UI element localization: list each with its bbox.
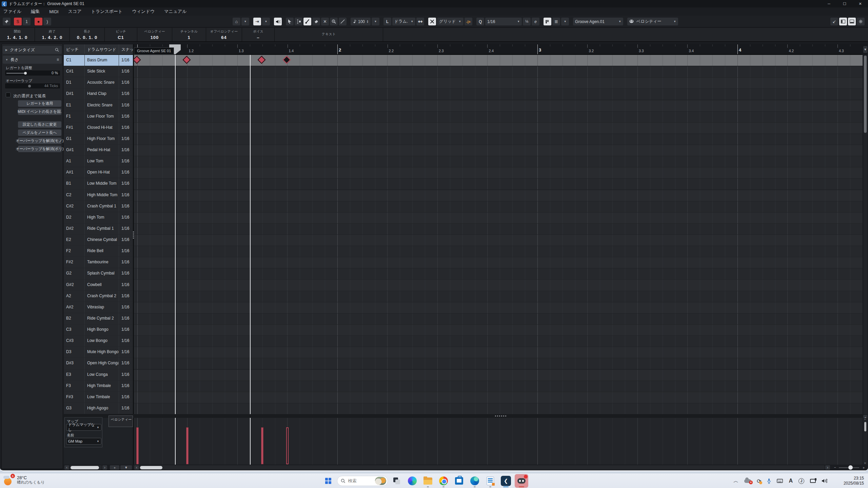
extend-to-next-checkbox[interactable] <box>6 93 11 97</box>
pin-icon[interactable] <box>3 18 11 25</box>
sound-cell[interactable]: Low Tom <box>85 156 119 167</box>
zoom-out-icon[interactable]: − <box>833 465 837 470</box>
quantize-section-header[interactable]: ▶クオンタイズ <box>3 46 62 54</box>
locator-line[interactable] <box>175 55 176 414</box>
grid-scroll-right-icon[interactable]: › <box>825 465 830 470</box>
menu-0[interactable]: ファイル <box>3 8 21 15</box>
legato-slider[interactable]: 0 % <box>5 70 60 76</box>
zoom-slider-thumb[interactable] <box>848 465 853 470</box>
ime-mode-icon[interactable]: A <box>789 478 793 484</box>
lane-vscrollbar[interactable]: ^ v <box>863 418 867 465</box>
snap-cell[interactable]: 1/16 <box>119 324 133 335</box>
autoscroll-caret[interactable]: ▼ <box>262 18 270 25</box>
snap-cell[interactable]: 1/16 <box>119 66 133 77</box>
drum-row[interactable]: E2Chinese Cymbal1/16 <box>64 235 133 246</box>
network-icon[interactable] <box>810 479 816 483</box>
zoom-in-icon[interactable]: ＋ <box>861 465 866 470</box>
pitch-column-header[interactable]: ピッチ <box>64 44 85 54</box>
note-grid[interactable] <box>134 55 863 414</box>
sound-cell[interactable]: High Agogo <box>85 403 119 414</box>
info-field[interactable]: 長さ0. 0. 1. 0 <box>70 28 105 41</box>
sound-cell[interactable]: High Bongo <box>85 324 119 335</box>
grid-scroll-left-icon[interactable]: ‹ <box>134 465 139 470</box>
snap-cell[interactable]: 1/16 <box>119 291 133 302</box>
maximize-button[interactable]: ☐ <box>837 0 852 7</box>
lane-divider[interactable] <box>64 414 867 418</box>
name-select[interactable]: GM Map▼ <box>66 438 101 445</box>
drum-diamonds-icon[interactable]: ◆◆ <box>416 18 424 25</box>
drum-row[interactable]: F#3Low Timbale1/16 <box>64 392 133 403</box>
sound-cell[interactable]: Low Timbale <box>85 392 119 403</box>
record-button[interactable]: ● <box>35 18 42 25</box>
drum-row[interactable]: A#1Open Hi-Hat1/16 <box>64 167 133 178</box>
sound-cell[interactable]: Low Floor Tom <box>85 111 119 122</box>
snap-cell[interactable]: 1/16 <box>119 381 133 391</box>
left-zone-toggle-icon[interactable] <box>839 18 847 25</box>
snap-crossed-sticks-icon[interactable] <box>428 18 436 25</box>
timeline-ruler[interactable]: Groove Agent SE 01 1.21.31.422.22.32.433… <box>134 44 863 55</box>
snap-cell[interactable]: 1/16 <box>119 77 133 88</box>
mute-tool[interactable]: ✕ <box>321 18 329 25</box>
sound-column-header[interactable]: ドラムサウンド <box>85 44 119 54</box>
sound-cell[interactable]: Side Stick <box>85 66 119 77</box>
sound-cell[interactable]: Vibraslap <box>85 302 119 313</box>
quantize-panel-icon[interactable]: e <box>532 18 539 25</box>
touch-keyboard-icon[interactable] <box>777 479 783 483</box>
inspector-button[interactable]: オーバーラップを解消(ポリ) <box>18 146 61 152</box>
drum-row[interactable]: C1Bass Drum1/16 <box>64 55 133 66</box>
snap-cell[interactable]: 1/16 <box>119 145 133 156</box>
snap-cell[interactable]: 1/16 <box>119 178 133 189</box>
menu-2[interactable]: MIDI <box>49 9 58 14</box>
solo-button[interactable]: S <box>14 18 22 25</box>
taskbar-app-explorer[interactable] <box>421 474 435 488</box>
grid-overlay-icon[interactable] <box>544 18 551 25</box>
drum-row[interactable]: C#2Crash Cymbal 11/16 <box>64 201 133 212</box>
velocity-bar[interactable] <box>261 427 263 464</box>
event-layers-icon[interactable]: ≣ <box>552 18 560 25</box>
drum-row[interactable]: F3High Timbale1/16 <box>64 381 133 392</box>
microphone-icon[interactable] <box>767 478 771 484</box>
inspector-button[interactable]: MIDI イベントの長さを固. <box>18 108 61 115</box>
snap-cell[interactable]: 1/16 <box>119 55 133 66</box>
info-field[interactable]: テキスト <box>275 28 383 41</box>
menu-5[interactable]: ウィンドウ <box>132 8 155 15</box>
snap-offset-icon[interactable]: -|+ <box>465 18 472 25</box>
snap-cell[interactable]: 1/16 <box>119 358 133 369</box>
drum-row[interactable]: F#2Tambourine1/16 <box>64 257 133 268</box>
window-zones-caret[interactable]: ▼ <box>241 18 249 25</box>
sound-cell[interactable]: High Middle Tom <box>85 190 119 201</box>
add-controller-lane-button[interactable]: ＋ <box>110 465 119 470</box>
controller-lane-presets-caret[interactable]: ▼ <box>120 465 132 470</box>
taskbar-app-task-view[interactable] <box>390 474 403 488</box>
inspector-button[interactable]: ペダルをノート長へ <box>18 129 61 136</box>
drum-row[interactable]: G#1Pedal Hi-Hat1/16 <box>64 145 133 156</box>
info-field[interactable]: ボイス– <box>242 28 275 41</box>
list-scroll-left-icon[interactable]: ‹ <box>64 465 69 470</box>
taskbar-search[interactable] <box>337 476 388 486</box>
taskbar-app-discord[interactable] <box>515 474 528 488</box>
snap-cell[interactable]: 1/16 <box>119 111 133 122</box>
part-selector[interactable]: Groove Agen.01▼ <box>573 18 623 25</box>
drum-row[interactable]: F#1Closed Hi-Hat1/16 <box>64 122 133 134</box>
drum-row[interactable]: E3Low Conga1/16 <box>64 369 133 381</box>
sound-cell[interactable]: Cowbell <box>85 280 119 290</box>
volume-icon[interactable] <box>822 479 827 483</box>
snap-cell[interactable]: 1/16 <box>119 369 133 380</box>
eraser-tool[interactable] <box>312 18 320 25</box>
snap-cell[interactable]: 1/16 <box>119 302 133 313</box>
list-scroll-right-icon[interactable]: › <box>102 465 107 470</box>
object-select-tool[interactable] <box>286 18 294 25</box>
quantize-preset-select[interactable]: 1/16▼ <box>485 18 522 25</box>
sync-update-icon[interactable]: ⟳ <box>757 478 761 484</box>
drum-row[interactable]: C2High Middle Tom1/16 <box>64 190 133 201</box>
snap-cell[interactable]: 1/16 <box>119 403 133 414</box>
acoustic-feedback-icon[interactable]: ) <box>43 18 51 25</box>
record-in-editor-1-button[interactable]: 1 <box>23 18 31 25</box>
snap-cell[interactable]: 1/16 <box>119 280 133 290</box>
length-quantize-icon[interactable]: L <box>383 18 391 25</box>
drum-row[interactable]: G3High Agogo1/16 <box>64 403 133 414</box>
sound-cell[interactable]: Crash Cymbal 2 <box>85 291 119 302</box>
sound-cell[interactable]: Electric Snare <box>85 100 119 111</box>
info-field[interactable]: ベロシティー100 <box>137 28 172 41</box>
taskbar-app-chrome[interactable] <box>437 474 450 488</box>
